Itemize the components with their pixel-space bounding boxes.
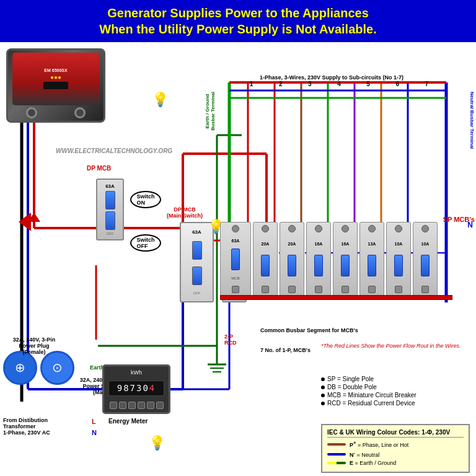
subcircuit-6: 6	[385, 81, 410, 87]
subcircuit-1: 1	[239, 81, 264, 87]
subcircuit-4: 4	[327, 81, 351, 87]
dp-mcb-label: DP MCB	[87, 165, 111, 172]
mcb-10a-2: 10A	[413, 222, 438, 296]
generator-image: EM 6500SX ●●●	[6, 48, 105, 123]
legend-phase-text: P+ = Phase, Line or Hot	[350, 440, 408, 448]
dp-mcb-main-switch-1[interactable]	[192, 241, 202, 260]
subcircuit-3: 3	[298, 81, 322, 87]
watermark: WWW.ELECTRICALTECHNOLOGY.ORG	[56, 148, 172, 154]
legend-earth: E = Earth / Ground	[327, 460, 464, 466]
mcb-10a-1: 10A	[386, 222, 411, 296]
from-dist-label: From DistibutionTransformer1-Phase, 230V…	[3, 417, 65, 436]
bullet-sp: SP = Single Pole	[321, 376, 470, 382]
subcircuit-7: 7	[414, 81, 439, 87]
dp-mcb-left: 63A OFF	[96, 178, 124, 240]
mcb-16a-1: 16A	[306, 222, 331, 296]
mcb-20a-1: 20A	[253, 222, 278, 296]
subcircuit-2: 2	[268, 81, 293, 87]
sp-mcbs-row: 63A MCB 20A 20A 16A	[220, 222, 438, 296]
subcircuit-5: 5	[356, 81, 381, 87]
diagram-area: EM 6500SX ●●● WWW.ELECTRICALTECHNOLOGY.O…	[0, 42, 476, 476]
subcircuit-numbers: 1 2 3 4 5 6 7	[237, 81, 441, 87]
rcd-text-label: 2-PRCD	[224, 333, 237, 346]
common-busbar	[220, 295, 452, 300]
main-container: Generator Supplies Power to the Applianc…	[0, 0, 476, 476]
legend-box: IEC & UK Wiring Colour Codes: 1-Φ, 230V …	[321, 424, 470, 473]
energy-meter: kWh 987304	[102, 364, 170, 414]
dp-mcb-rating: 63A	[105, 183, 115, 189]
phase-wire-sample	[327, 443, 346, 446]
legend-neutral-text: N- = Neutral	[350, 450, 379, 458]
legend-earth-text: E = Earth / Ground	[350, 460, 396, 466]
switch-on-area: SwitchON	[130, 191, 161, 208]
bullet-list: SP = Single Pole DB = Double Pole MCB = …	[321, 374, 470, 408]
seven-mcb-label: 7 No. of 1-P, MCB's	[260, 347, 311, 353]
plug-male: ⊙	[40, 351, 74, 385]
kwh-label: kWh	[131, 369, 142, 376]
top-subcircuit-label: 1-Phase, 3-Wires, 230V Supply to Sub-cir…	[223, 74, 440, 81]
dp-mcb-switch-bottom[interactable]	[105, 211, 115, 230]
mcb-63a-main: 63A MCB	[220, 222, 251, 296]
legend-phase: P+ = Phase, Line or Hot	[327, 440, 464, 448]
svg-marker-12	[28, 213, 40, 222]
earth-wire-sample	[327, 462, 346, 464]
neutral-wire-sample	[327, 453, 346, 456]
neutral-busbar-label: Neutral Busbar Terminal	[469, 92, 475, 216]
earth-busbar-label: Earth / GroundBusbar Terminal	[205, 92, 217, 131]
bullet-mcb: MCB = Miniature Circuit Breaker	[321, 392, 470, 399]
meter-display: 987304	[108, 381, 164, 396]
header-title: Generator Supplies Power to the Applianc…	[6, 5, 470, 37]
n-bottom-label: N	[92, 429, 97, 436]
sp-mcbs-label: SP MCB's	[443, 216, 475, 223]
plug-female: ⊕	[3, 351, 37, 385]
dp-mcb-main-rating: 63A	[192, 229, 201, 235]
header: Generator Supplies Power to the Applianc…	[0, 0, 476, 42]
switch-on-label: SwitchON	[130, 191, 161, 208]
legend-neutral: N- = Neutral	[327, 450, 464, 458]
energy-meter-label: Energy Meter	[108, 418, 148, 425]
bullet-rcd: RCD = Residual Current Device	[321, 400, 470, 407]
bulb-generator: 💡	[152, 92, 169, 108]
dp-mcb-main-label: DP MCB(Main Switch)	[166, 206, 203, 219]
common-busbar-label: Common Busbar Segment for MCB's	[260, 327, 358, 333]
switch-off-area: SwitchOFF	[130, 234, 161, 252]
mcb-13a: 13A	[359, 222, 384, 296]
svg-marker-44	[19, 213, 31, 231]
dp-mcb-switch-top[interactable]	[105, 191, 115, 209]
header-title-line2: When the Utility Power Supply is Not Ava…	[99, 22, 376, 36]
power-plug-label: 32A, 240V, 3-PinPower Plug(Female)	[6, 337, 62, 355]
mcb-20a-2: 20A	[280, 222, 304, 296]
switch-off-label: SwitchOFF	[130, 234, 161, 252]
l-label: L	[92, 418, 96, 425]
power-flow-note: *The Red Lines Show the Power Flow Rout …	[321, 343, 470, 349]
mcb-16a-2: 16A	[333, 222, 358, 296]
legend-title: IEC & UK Wiring Colour Codes: 1-Φ, 230V	[327, 429, 464, 438]
header-title-line1: Generator Supplies Power to the Applianc…	[107, 6, 369, 20]
dp-mcb-main-switch-2[interactable]	[192, 267, 202, 285]
bulb-bottom: 💡	[149, 435, 165, 451]
bullet-db: DB = Double Pole	[321, 384, 470, 390]
